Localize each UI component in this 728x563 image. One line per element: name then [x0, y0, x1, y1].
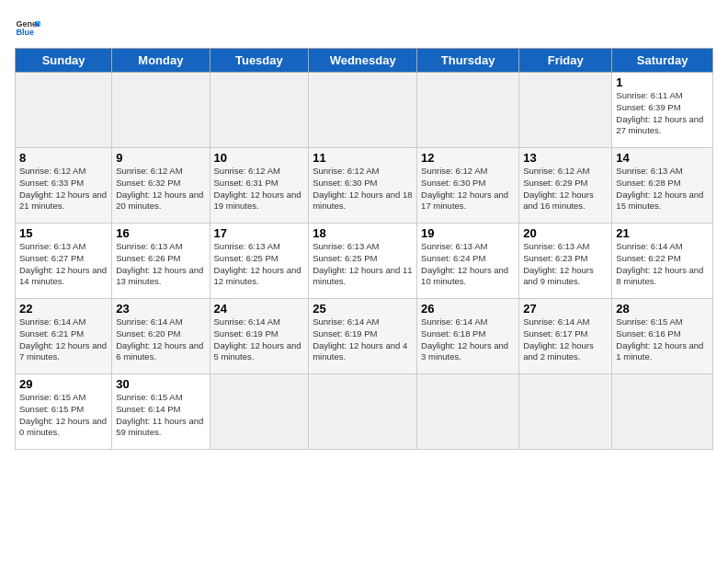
table-row — [112, 73, 210, 148]
day-number: 1 — [616, 75, 709, 89]
table-row: 9Sunrise: 6:12 AMSunset: 6:32 PMDaylight… — [112, 148, 210, 224]
day-info: Sunrise: 6:13 AMSunset: 6:26 PMDaylight:… — [116, 241, 203, 286]
table-row: 14Sunrise: 6:13 AMSunset: 6:28 PMDayligh… — [612, 148, 713, 224]
day-number: 21 — [616, 226, 709, 240]
day-number: 29 — [19, 377, 108, 391]
table-row: 22Sunrise: 6:14 AMSunset: 6:21 PMDayligh… — [16, 299, 112, 374]
day-number: 28 — [616, 302, 709, 316]
col-header-saturday: Saturday — [612, 49, 713, 73]
day-info: Sunrise: 6:14 AMSunset: 6:21 PMDaylight:… — [19, 316, 107, 362]
table-row: 10Sunrise: 6:12 AMSunset: 6:31 PMDayligh… — [210, 148, 309, 224]
day-number: 13 — [523, 151, 608, 165]
table-row — [16, 73, 112, 148]
day-info: Sunrise: 6:14 AMSunset: 6:19 PMDaylight:… — [214, 316, 301, 362]
day-number: 16 — [116, 226, 205, 240]
col-header-monday: Monday — [112, 49, 210, 73]
day-number: 10 — [214, 151, 305, 165]
table-row: 27Sunrise: 6:14 AMSunset: 6:17 PMDayligh… — [519, 299, 612, 374]
table-row: 23Sunrise: 6:14 AMSunset: 6:20 PMDayligh… — [112, 299, 210, 374]
day-info: Sunrise: 6:15 AMSunset: 6:16 PMDaylight:… — [616, 316, 703, 362]
table-row — [417, 374, 519, 450]
table-row: 12Sunrise: 6:12 AMSunset: 6:30 PMDayligh… — [417, 148, 519, 224]
day-info: Sunrise: 6:12 AMSunset: 6:30 PMDaylight:… — [313, 166, 412, 211]
table-row: 1Sunrise: 6:11 AMSunset: 6:39 PMDaylight… — [612, 73, 713, 148]
day-number: 23 — [116, 302, 205, 316]
calendar-table: SundayMondayTuesdayWednesdayThursdayFrid… — [15, 48, 713, 450]
day-number: 17 — [214, 226, 305, 240]
day-number: 27 — [523, 302, 608, 316]
day-info: Sunrise: 6:14 AMSunset: 6:18 PMDaylight:… — [421, 316, 508, 362]
table-row: 30Sunrise: 6:15 AMSunset: 6:14 PMDayligh… — [112, 374, 210, 450]
day-info: Sunrise: 6:13 AMSunset: 6:24 PMDaylight:… — [421, 241, 508, 286]
day-info: Sunrise: 6:11 AMSunset: 6:39 PMDaylight:… — [616, 90, 703, 135]
svg-text:Blue: Blue — [16, 28, 34, 37]
table-row: 18Sunrise: 6:13 AMSunset: 6:25 PMDayligh… — [309, 224, 417, 299]
table-row: 24Sunrise: 6:14 AMSunset: 6:19 PMDayligh… — [210, 299, 309, 374]
day-info: Sunrise: 6:14 AMSunset: 6:19 PMDaylight:… — [313, 316, 407, 362]
day-number: 8 — [19, 151, 108, 165]
day-info: Sunrise: 6:13 AMSunset: 6:23 PMDaylight:… — [523, 241, 594, 286]
table-row — [309, 73, 417, 148]
table-row: 19Sunrise: 6:13 AMSunset: 6:24 PMDayligh… — [417, 224, 519, 299]
day-info: Sunrise: 6:13 AMSunset: 6:28 PMDaylight:… — [616, 166, 703, 211]
day-number: 26 — [421, 302, 515, 316]
day-info: Sunrise: 6:12 AMSunset: 6:30 PMDaylight:… — [421, 166, 508, 211]
table-row: 28Sunrise: 6:15 AMSunset: 6:16 PMDayligh… — [612, 299, 713, 374]
day-number: 30 — [116, 377, 205, 391]
table-row: 25Sunrise: 6:14 AMSunset: 6:19 PMDayligh… — [309, 299, 417, 374]
day-info: Sunrise: 6:15 AMSunset: 6:14 PMDaylight:… — [116, 392, 203, 437]
day-number: 24 — [214, 302, 305, 316]
day-info: Sunrise: 6:12 AMSunset: 6:29 PMDaylight:… — [523, 166, 594, 211]
col-header-thursday: Thursday — [417, 49, 519, 73]
table-row: 26Sunrise: 6:14 AMSunset: 6:18 PMDayligh… — [417, 299, 519, 374]
day-info: Sunrise: 6:13 AMSunset: 6:25 PMDaylight:… — [214, 241, 301, 286]
table-row — [417, 73, 519, 148]
page: General Blue SundayMondayTuesdayWednesda… — [0, 0, 728, 563]
col-header-wednesday: Wednesday — [309, 49, 417, 73]
day-info: Sunrise: 6:13 AMSunset: 6:25 PMDaylight:… — [313, 241, 412, 286]
table-row: 13Sunrise: 6:12 AMSunset: 6:29 PMDayligh… — [519, 148, 612, 224]
day-number: 15 — [19, 226, 108, 240]
day-info: Sunrise: 6:15 AMSunset: 6:15 PMDaylight:… — [19, 392, 107, 437]
table-row — [309, 374, 417, 450]
col-header-tuesday: Tuesday — [210, 49, 309, 73]
table-row: 8Sunrise: 6:12 AMSunset: 6:33 PMDaylight… — [16, 148, 112, 224]
col-header-sunday: Sunday — [16, 49, 112, 73]
table-row: 11Sunrise: 6:12 AMSunset: 6:30 PMDayligh… — [309, 148, 417, 224]
table-row: 20Sunrise: 6:13 AMSunset: 6:23 PMDayligh… — [519, 224, 612, 299]
table-row — [612, 374, 713, 450]
day-number: 9 — [116, 151, 205, 165]
day-info: Sunrise: 6:13 AMSunset: 6:27 PMDaylight:… — [19, 241, 107, 286]
table-row: 29Sunrise: 6:15 AMSunset: 6:15 PMDayligh… — [16, 374, 112, 450]
logo: General Blue — [15, 15, 40, 40]
col-header-friday: Friday — [519, 49, 612, 73]
day-number: 11 — [313, 151, 413, 165]
day-number: 18 — [313, 226, 413, 240]
day-number: 22 — [19, 302, 108, 316]
logo-icon: General Blue — [15, 15, 40, 40]
day-number: 12 — [421, 151, 515, 165]
table-row — [210, 374, 309, 450]
day-number: 19 — [421, 226, 515, 240]
day-number: 14 — [616, 151, 709, 165]
table-row: 21Sunrise: 6:14 AMSunset: 6:22 PMDayligh… — [612, 224, 713, 299]
day-info: Sunrise: 6:14 AMSunset: 6:20 PMDaylight:… — [116, 316, 203, 362]
day-number: 25 — [313, 302, 413, 316]
table-row — [210, 73, 309, 148]
day-info: Sunrise: 6:12 AMSunset: 6:33 PMDaylight:… — [19, 166, 107, 211]
day-info: Sunrise: 6:12 AMSunset: 6:31 PMDaylight:… — [214, 166, 301, 211]
table-row: 17Sunrise: 6:13 AMSunset: 6:25 PMDayligh… — [210, 224, 309, 299]
day-info: Sunrise: 6:14 AMSunset: 6:22 PMDaylight:… — [616, 241, 703, 286]
day-info: Sunrise: 6:12 AMSunset: 6:32 PMDaylight:… — [116, 166, 203, 211]
table-row — [519, 73, 612, 148]
table-row: 16Sunrise: 6:13 AMSunset: 6:26 PMDayligh… — [112, 224, 210, 299]
header: General Blue — [15, 15, 713, 40]
table-row — [519, 374, 612, 450]
day-number: 20 — [523, 226, 608, 240]
day-info: Sunrise: 6:14 AMSunset: 6:17 PMDaylight:… — [523, 316, 594, 362]
table-row: 15Sunrise: 6:13 AMSunset: 6:27 PMDayligh… — [16, 224, 112, 299]
